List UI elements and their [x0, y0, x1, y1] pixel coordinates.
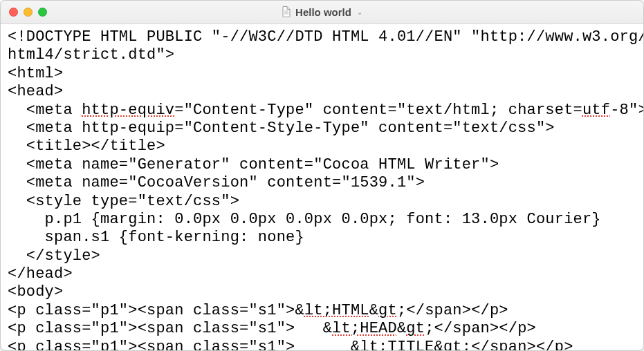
spellcheck-mark: gt: [443, 339, 462, 350]
code-line: <p class="p1"><span class="s1"> &lt;TITL…: [8, 339, 636, 350]
document-title: Hello world: [295, 6, 351, 18]
code-line: span.s1 {font-kerning: none}: [8, 229, 636, 247]
code-line: <p class="p1"><span class="s1">&lt;HTML&…: [8, 302, 636, 320]
spellcheck-mark: lt;TITLE: [360, 339, 434, 350]
code-line: <meta http-equip="Content-Style-Type" co…: [8, 120, 636, 137]
title-dropdown-chevron-icon[interactable]: ⌄: [357, 8, 362, 16]
code-line: <meta http-equiv="Content-Type" content=…: [8, 102, 636, 120]
code-line: <body>: [8, 283, 636, 301]
code-line: <head>: [8, 83, 636, 101]
spellcheck-mark: lt;HEAD: [332, 320, 397, 337]
code-line: </style>: [8, 247, 636, 265]
code-line: <!DOCTYPE HTML PUBLIC "-//W3C//DTD HTML …: [8, 28, 636, 46]
spellcheck-mark: utf: [582, 102, 610, 119]
minimize-window-button[interactable]: [24, 8, 33, 17]
app-window: Hello world ⌄ <!DOCTYPE HTML PUBLIC "-//…: [0, 0, 644, 351]
spellcheck-mark: gt: [406, 320, 425, 337]
spellcheck-mark: lt;HTML: [304, 302, 369, 319]
zoom-window-button[interactable]: [38, 8, 47, 17]
code-line: <title></title>: [8, 137, 636, 155]
code-line: <p class="p1"><span class="s1"> &lt;HEAD…: [8, 320, 636, 338]
code-line: html4/strict.dtd">: [8, 46, 636, 64]
text-editor-content[interactable]: <!DOCTYPE HTML PUBLIC "-//W3C//DTD HTML …: [1, 24, 643, 350]
code-line: </head>: [8, 265, 636, 283]
code-line: <meta name="Generator" content="Cocoa HT…: [8, 156, 636, 174]
close-window-button[interactable]: [9, 8, 18, 17]
code-line: <meta name="CocoaVersion" content="1539.…: [8, 174, 636, 192]
code-line: <style type="text/css">: [8, 193, 636, 211]
code-line: <html>: [8, 65, 636, 83]
spellcheck-mark: http-equiv: [82, 102, 174, 119]
title-wrap: Hello world ⌄: [1, 1, 643, 23]
document-icon: [282, 6, 291, 19]
code-line: p.p1 {margin: 0.0px 0.0px 0.0px 0.0px; f…: [8, 211, 636, 229]
titlebar[interactable]: Hello world ⌄: [1, 1, 643, 24]
spellcheck-mark: gt: [378, 302, 397, 319]
traffic-lights: [1, 8, 47, 17]
